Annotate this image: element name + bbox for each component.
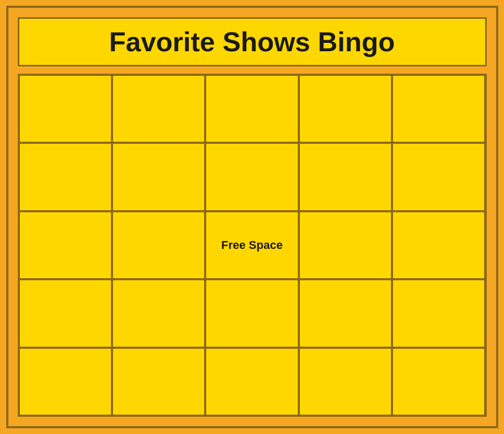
bingo-cell-2-3[interactable] — [299, 212, 391, 279]
bingo-cell-3-4[interactable] — [393, 280, 485, 347]
title-box: Favorite Shows Bingo — [18, 17, 487, 66]
bingo-cell-0-2[interactable] — [206, 75, 298, 142]
bingo-cell-0-0[interactable] — [19, 75, 111, 142]
bingo-cell-3-1[interactable] — [113, 280, 205, 347]
bingo-cell-4-3[interactable] — [299, 348, 391, 415]
bingo-cell-1-0[interactable] — [19, 143, 111, 210]
bingo-cell-3-3[interactable] — [299, 280, 391, 347]
page-container: Favorite Shows Bingo Free Space — [6, 6, 498, 428]
bingo-cell-1-3[interactable] — [299, 143, 391, 210]
bingo-cell-1-4[interactable] — [393, 143, 485, 210]
bingo-cell-4-1[interactable] — [113, 348, 205, 415]
bingo-cell-4-4[interactable] — [393, 348, 485, 415]
bingo-cell-1-2[interactable] — [206, 143, 298, 210]
page-title: Favorite Shows Bingo — [109, 26, 395, 58]
bingo-cell-0-1[interactable] — [113, 75, 205, 142]
bingo-cell-0-4[interactable] — [393, 75, 485, 142]
bingo-cell-2-0[interactable] — [19, 212, 111, 279]
bingo-cell-1-1[interactable] — [113, 143, 205, 210]
bingo-grid: Free Space — [18, 74, 487, 417]
bingo-cell-4-0[interactable] — [19, 348, 111, 415]
bingo-cell-4-2[interactable] — [206, 348, 298, 415]
free-space-cell: Free Space — [206, 212, 298, 279]
bingo-cell-3-0[interactable] — [19, 280, 111, 347]
bingo-cell-3-2[interactable] — [206, 280, 298, 347]
bingo-cell-0-3[interactable] — [299, 75, 391, 142]
bingo-cell-2-1[interactable] — [113, 212, 205, 279]
bingo-cell-2-4[interactable] — [393, 212, 485, 279]
